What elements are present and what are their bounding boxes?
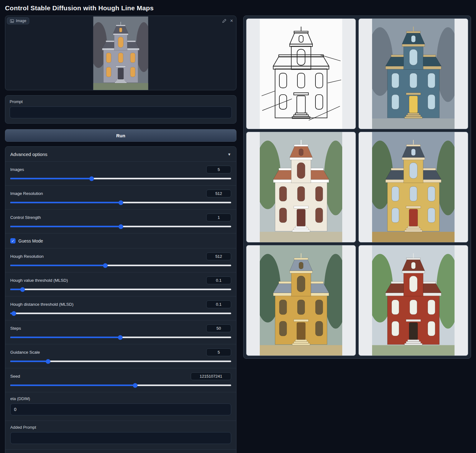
slider-guidance-scale: Guidance Scale 5 <box>5 344 236 368</box>
added-prompt-label: Added Prompt <box>10 425 231 430</box>
eta-input[interactable] <box>10 403 231 415</box>
slider-steps-thumb[interactable] <box>118 335 123 340</box>
gallery-item-result-yellow-house[interactable] <box>358 132 468 243</box>
slider-hough-value-threshold-label: Hough value threshold (MLSD) <box>10 278 68 283</box>
result-golden-house-image <box>260 245 343 356</box>
slider-hough-resolution-value[interactable]: 512 <box>206 252 231 260</box>
gallery-item-hough-line-map[interactable] <box>246 18 356 129</box>
result-red-house-image <box>372 245 455 356</box>
eta-label: eta (DDIM) <box>10 396 231 401</box>
slider-hough-distance-threshold-value[interactable]: 0.1 <box>206 300 231 308</box>
slider-image-resolution-track[interactable] <box>10 202 231 203</box>
result-yellow-house-image <box>372 132 455 242</box>
slider-images-label: Images <box>10 167 24 172</box>
slider-image-resolution: Image Resolution 512 <box>5 185 236 209</box>
image-icon <box>10 19 14 23</box>
slider-guidance-scale-label: Guidance Scale <box>10 350 40 355</box>
slider-image-resolution-label: Image Resolution <box>10 191 43 196</box>
slider-hough-resolution-thumb[interactable] <box>103 263 108 268</box>
slider-image-resolution-value[interactable]: 512 <box>206 190 231 197</box>
slider-seed-label: Seed <box>10 374 20 379</box>
slider-image-resolution-thumb[interactable] <box>119 200 123 205</box>
slider-seed-thumb[interactable] <box>133 383 138 388</box>
slider-images: Images 5 <box>5 161 236 185</box>
chevron-down-icon: ▼ <box>227 152 231 157</box>
run-button[interactable]: Run <box>5 129 236 142</box>
guess-mode-row: ✓ Guess Mode <box>5 233 236 248</box>
gallery-grid <box>246 18 468 356</box>
image-tab-label: Image <box>16 19 26 23</box>
input-image-preview <box>93 17 148 90</box>
slider-hough-distance-threshold-track[interactable] <box>10 313 231 314</box>
negative-prompt-field: Negative Prompt <box>5 449 236 453</box>
controls-column: Image × Prompt Run Advanced options ▼ <box>5 16 236 453</box>
gallery-item-result-white-house[interactable] <box>246 132 356 243</box>
edit-icon[interactable] <box>222 19 226 23</box>
advanced-options-title: Advanced options <box>10 152 47 157</box>
image-upload-panel[interactable]: Image × <box>5 16 236 90</box>
slider-images-thumb[interactable] <box>89 176 94 181</box>
result-white-house-image <box>260 132 343 242</box>
slider-seed-value[interactable]: 1215107241 <box>191 372 231 380</box>
slider-guidance-scale-thumb[interactable] <box>46 359 50 364</box>
gallery-item-result-blue-house[interactable] <box>358 18 468 129</box>
slider-hough-value-threshold-thumb[interactable] <box>20 287 25 292</box>
slider-hough-value-threshold-track[interactable] <box>10 289 231 290</box>
output-column <box>243 16 471 359</box>
slider-steps-track[interactable] <box>10 337 231 338</box>
hough-line-map-image <box>260 19 343 129</box>
slider-control-strength-value[interactable]: 1 <box>206 214 231 221</box>
gallery-item-result-red-house[interactable] <box>358 245 468 356</box>
slider-steps-label: Steps <box>10 326 21 331</box>
main-layout: Image × Prompt Run Advanced options ▼ <box>0 16 476 453</box>
slider-hough-resolution: Hough Resolution 512 <box>5 248 236 272</box>
slider-hough-value-threshold: Hough value threshold (MLSD) 0.1 <box>5 272 236 296</box>
slider-hough-distance-threshold-thumb[interactable] <box>12 311 16 316</box>
clear-icon[interactable]: × <box>230 18 233 23</box>
prompt-label: Prompt <box>10 99 232 104</box>
slider-control-strength-track[interactable] <box>10 226 231 227</box>
check-icon: ✓ <box>11 239 14 243</box>
guess-mode-label: Guess Mode <box>18 238 43 243</box>
slider-guidance-scale-value[interactable]: 5 <box>206 348 231 356</box>
slider-control-strength-label: Control Strength <box>10 215 41 220</box>
added-prompt-field: Added Prompt <box>5 421 236 449</box>
slider-control-strength: Control Strength 1 <box>5 209 236 233</box>
prompt-panel: Prompt <box>5 95 236 124</box>
slider-hough-resolution-track[interactable] <box>10 265 231 266</box>
page-title: Control Stable Diffusion with Hough Line… <box>5 4 476 12</box>
advanced-options-panel: Advanced options ▼ Images 5 Image Resolu… <box>5 146 236 453</box>
advanced-options-header[interactable]: Advanced options ▼ <box>5 151 236 161</box>
image-actions: × <box>222 18 233 23</box>
slider-hough-distance-threshold-label: Hough distance threshold (MLSD) <box>10 302 73 307</box>
image-tab: Image <box>7 17 29 24</box>
added-prompt-input[interactable] <box>10 432 231 444</box>
slider-seed: Seed 1215107241 <box>5 368 236 392</box>
gallery-item-result-golden-house[interactable] <box>246 245 356 356</box>
slider-hough-distance-threshold: Hough distance threshold (MLSD) 0.1 <box>5 296 236 320</box>
slider-seed-track[interactable] <box>10 385 231 386</box>
slider-steps: Steps 50 <box>5 320 236 344</box>
slider-hough-resolution-label: Hough Resolution <box>10 254 44 259</box>
slider-images-value[interactable]: 5 <box>206 166 231 173</box>
slider-control-strength-thumb[interactable] <box>119 224 123 229</box>
result-gallery <box>243 16 471 359</box>
slider-steps-value[interactable]: 50 <box>206 324 231 332</box>
guess-mode-checkbox[interactable]: ✓ <box>10 238 16 243</box>
prompt-input[interactable] <box>10 106 232 118</box>
slider-images-track[interactable] <box>10 178 231 179</box>
slider-hough-value-threshold-value[interactable]: 0.1 <box>206 276 231 284</box>
eta-field: eta (DDIM) <box>5 392 236 421</box>
slider-guidance-scale-track[interactable] <box>10 361 231 362</box>
result-blue-house-image <box>372 19 455 129</box>
